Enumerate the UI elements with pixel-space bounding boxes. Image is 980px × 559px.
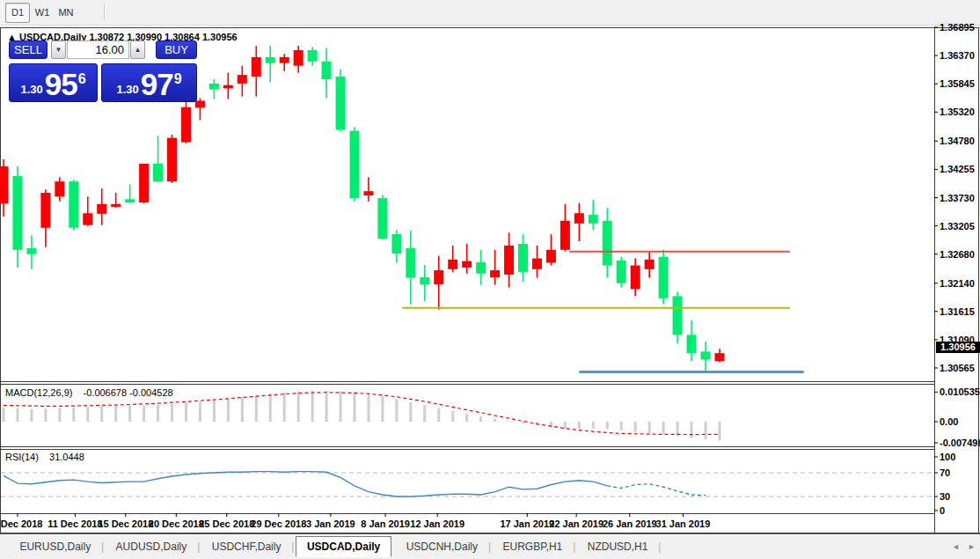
svg-text:0.010535: 0.010535 [940,386,980,397]
svg-text:20 Dec 2018: 20 Dec 2018 [149,519,204,529]
buy-button[interactable]: BUY [156,40,197,59]
volume-input[interactable]: 16.00 [67,40,129,59]
candle-body [83,213,92,224]
macd-name: MACD(12,26,9) [5,387,72,398]
candle-body [55,181,64,196]
candle-body [532,259,542,269]
candle-body [111,204,121,207]
buy-price-prefix: 1.30 [116,81,138,99]
sell-button[interactable]: SELL [9,40,48,59]
sell-price-prefix: 1.30 [20,81,42,99]
one-click-trading-panel: SELL ▼ 16.00 ▲ BUY 1.30 95 6 1.30 97 9 [9,40,197,102]
tab-usdcad-daily[interactable]: USDCAD,Daily [296,536,391,557]
rsi-line [4,472,607,496]
rsi-line-dashed [607,484,706,496]
candle-body [181,107,191,143]
candle-body [12,176,22,250]
candle-body [391,234,401,254]
svg-text:15 Dec 2018: 15 Dec 2018 [98,519,153,529]
candle-body [308,50,318,62]
svg-text:3 Jan 2019: 3 Jan 2019 [306,519,355,529]
svg-text:1.35845: 1.35845 [940,78,975,89]
candle-body [280,57,289,63]
candle-body [476,262,486,274]
candle-body [603,221,612,266]
candle-body [434,270,443,284]
svg-text:1.36370: 1.36370 [940,50,975,61]
svg-text:1.36895: 1.36895 [940,22,975,33]
sell-price-big: 95 [45,70,77,99]
svg-text:1.34780: 1.34780 [940,136,975,146]
candle-body [574,213,584,224]
svg-text:25 Dec 2018: 25 Dec 2018 [199,519,254,529]
candle-body [350,131,360,198]
candle-body [462,261,472,268]
candle-body [645,260,655,269]
svg-text:26 Jan 2019: 26 Jan 2019 [603,519,657,529]
candle-body [266,57,275,63]
candle-body [546,250,556,263]
rsi-name: RSI(14) [5,452,39,462]
svg-text:0: 0 [940,505,945,516]
svg-text:12 Jan 2019: 12 Jan 2019 [410,519,464,529]
candle-body [153,164,163,181]
candle-body [69,181,78,228]
svg-text:1.34255: 1.34255 [940,164,975,174]
svg-text:17 Jan 2019: 17 Jan 2019 [500,519,554,529]
candle-body [406,248,415,278]
volume-increase-button[interactable]: ▲ [130,40,145,59]
buy-price-panel[interactable]: 1.30 97 9 [101,63,197,102]
candle-body [97,204,106,214]
buy-price-big: 97 [141,70,173,99]
svg-text:1.32140: 1.32140 [940,278,975,289]
candle-body [560,221,570,250]
candle-body [125,199,135,202]
svg-text:22 Jan 2019: 22 Jan 2019 [549,519,603,529]
svg-text:29 Dec 2018: 29 Dec 2018 [251,519,306,529]
sell-price-panel[interactable]: 1.30 95 6 [9,63,98,102]
ohlc-close: 1.30956 [202,32,238,42]
svg-text:-0.007498: -0.007498 [940,438,980,448]
macd-indicator-label: MACD(12,26,9) -0.006678 -0.004528 [5,387,173,398]
candle-body [252,57,261,77]
candle-body [0,166,9,203]
svg-text:1.30565: 1.30565 [940,363,975,373]
svg-text:1.35320: 1.35320 [940,107,975,117]
candle-body [589,215,598,224]
volume-decrease-button[interactable]: ▼ [51,40,66,59]
candle-body [238,75,247,84]
candle-body [139,164,149,202]
svg-text:11 Dec 2018: 11 Dec 2018 [48,519,102,529]
svg-text:1.33205: 1.33205 [940,221,975,232]
candle-body [673,296,683,335]
candle-body [448,260,457,269]
candle-body [420,277,429,284]
buy-price-pip: 9 [174,72,182,86]
macd-signal-line [4,393,720,435]
rsi-indicator-label: RSI(14) 31.0448 [5,452,84,462]
candle-body [659,257,669,298]
candle-body [209,84,219,90]
candle-body [223,85,233,89]
candle-body [377,198,387,239]
candle-body [518,244,528,272]
macd-values: -0.006678 -0.004528 [84,387,173,398]
candle-body [40,193,50,228]
trading-terminal-window: D1 W1 MN 1.368951.363701.358451.353201.3… [0,0,980,559]
svg-text:1.31615: 1.31615 [940,306,975,317]
candle-body [714,353,724,361]
svg-text:70: 70 [940,467,950,478]
svg-text:1.33730: 1.33730 [940,193,975,203]
svg-text:8 Jan 2019: 8 Jan 2019 [361,519,410,529]
current-price-tag: 1.30956 [936,342,980,353]
candle-body [631,266,640,290]
rsi-value: 31.0448 [49,452,84,462]
svg-text:30: 30 [940,491,950,502]
candle-body [363,191,373,195]
candle-body [167,138,177,182]
sell-price-pip: 6 [78,72,86,86]
svg-text:6 Dec 2018: 6 Dec 2018 [0,519,42,529]
candle-body [687,335,697,353]
candle-body [294,50,304,66]
svg-text:31 Jan 2019: 31 Jan 2019 [656,519,711,529]
